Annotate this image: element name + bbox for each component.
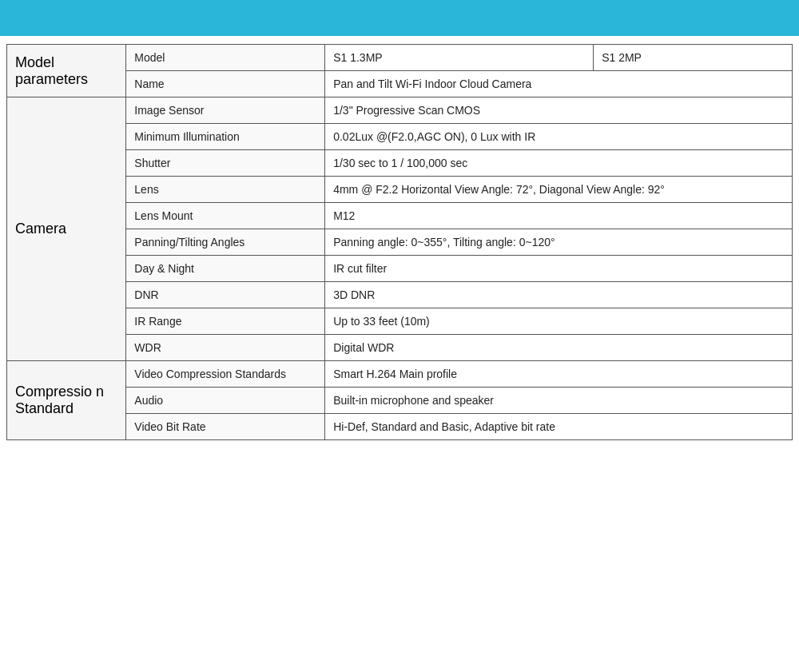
param-cell: IR Range (126, 308, 325, 335)
value-cell: 4mm @ F2.2 Horizontal View Angle: 72°, D… (325, 177, 793, 203)
param-cell: DNR (126, 282, 325, 308)
value1-cell: S1 1.3MP (325, 45, 594, 71)
param-cell: Video Compression Standards (126, 361, 325, 388)
value-cell: Smart H.264 Main profile (325, 361, 793, 388)
category-cell: Model parameters (7, 45, 126, 97)
value-cell: Up to 33 feet (10m) (325, 308, 793, 335)
param-cell: Lens Mount (126, 203, 325, 229)
value-cell: Pan and Tilt Wi-Fi Indoor Cloud Camera (325, 71, 793, 97)
param-cell: Image Sensor (126, 97, 325, 124)
table-row: Model parametersModelS1 1.3MPS1 2MP (7, 45, 793, 71)
param-cell: Day & Night (126, 256, 325, 282)
param-cell: WDR (126, 335, 325, 361)
param-cell: Minimum Illumination (126, 124, 325, 150)
param-cell: Model (126, 45, 325, 71)
value-cell: Digital WDR (325, 335, 793, 361)
value-cell: Hi-Def, Standard and Basic, Adaptive bit… (325, 414, 793, 440)
value-cell: M12 (325, 203, 793, 229)
table-row: Compressio n StandardVideo Compression S… (7, 361, 793, 388)
category-cell: Camera (7, 97, 126, 361)
table-row: CameraImage Sensor1/3" Progressive Scan … (7, 97, 793, 124)
header-bar (0, 0, 799, 36)
param-cell: Audio (126, 388, 325, 414)
value-cell: Built-in microphone and speaker (325, 388, 793, 414)
table-container: Model parametersModelS1 1.3MPS1 2MPNameP… (0, 36, 799, 448)
value-cell: 1/3" Progressive Scan CMOS (325, 97, 793, 124)
param-cell: Panning/Tilting Angles (126, 229, 325, 256)
value-cell: 0.02Lux @(F2.0,AGC ON), 0 Lux with IR (325, 124, 793, 150)
value-cell: 1/30 sec to 1 / 100,000 sec (325, 150, 793, 177)
param-cell: Lens (126, 177, 325, 203)
param-cell: Video Bit Rate (126, 414, 325, 440)
value-cell: 3D DNR (325, 282, 793, 308)
value-cell: Panning angle: 0~355°, Tilting angle: 0~… (325, 229, 793, 256)
specs-table: Model parametersModelS1 1.3MPS1 2MPNameP… (6, 44, 793, 440)
param-cell: Name (126, 71, 325, 97)
value-cell: IR cut filter (325, 256, 793, 282)
value2-cell: S1 2MP (594, 45, 793, 71)
category-cell: Compressio n Standard (7, 361, 126, 440)
param-cell: Shutter (126, 150, 325, 177)
